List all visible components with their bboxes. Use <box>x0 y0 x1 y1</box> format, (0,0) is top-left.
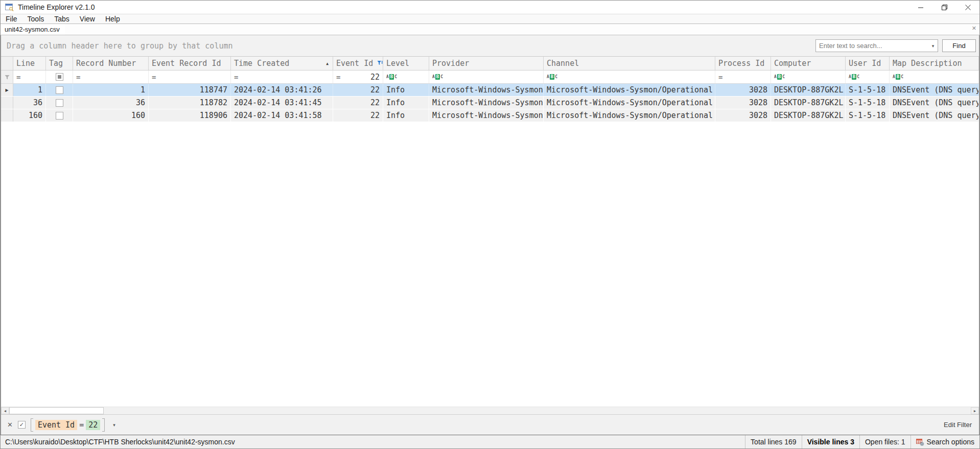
cell-record-number[interactable]: 36 <box>73 97 149 109</box>
cell-event-record-id[interactable]: 118782 <box>149 97 231 109</box>
filter-close-icon[interactable]: ✕ <box>7 421 13 429</box>
tag-checkbox[interactable] <box>56 112 63 120</box>
header-cell-map-description[interactable]: Map Description <box>890 57 979 70</box>
filter-dropdown-icon[interactable]: ▾ <box>113 422 115 428</box>
horizontal-scrollbar[interactable]: ◄ ► <box>1 407 979 414</box>
table-row[interactable]: 1601601189062024-02-14 03:41:5822InfoMic… <box>1 109 979 122</box>
filter-cell-user-id[interactable]: ABC <box>846 70 890 83</box>
status-segment-search-options[interactable]: Search options <box>911 435 979 448</box>
filter-cell-channel[interactable]: ABC <box>544 70 715 83</box>
cell-time-created[interactable]: 2024-02-14 03:41:45 <box>231 97 333 109</box>
cell-channel[interactable]: Microsoft-Windows-Sysmon/Operational <box>544 97 715 109</box>
header-cell-line[interactable]: Line <box>13 57 46 70</box>
cell-level[interactable]: Info <box>383 97 429 109</box>
filter-cell-map-description[interactable]: ABC <box>890 70 979 83</box>
find-button[interactable]: Find <box>942 39 976 52</box>
active-filter-icon[interactable] <box>377 59 383 68</box>
scroll-left-button[interactable]: ◄ <box>1 407 9 414</box>
tab-unit42-sysmon[interactable]: unit42-sysmon.csv <box>1 24 65 35</box>
filter-cell-line[interactable]: = <box>13 70 46 83</box>
filter-cell-tag[interactable] <box>46 70 73 83</box>
cell-tag[interactable] <box>46 84 73 96</box>
cell-record-number[interactable]: 160 <box>73 109 149 122</box>
cell-computer[interactable]: DESKTOP-887GK2L <box>771 109 846 122</box>
cell-tag[interactable] <box>46 97 73 109</box>
menu-item-file[interactable]: File <box>5 14 22 24</box>
row-indicator[interactable] <box>1 109 13 122</box>
filter-cell-event-record-id[interactable]: = <box>149 70 231 83</box>
cell-event-id[interactable]: 22 <box>333 84 383 96</box>
text-filter-abc-icon[interactable]: ABC <box>547 74 557 80</box>
tag-checkbox[interactable] <box>56 86 63 94</box>
cell-provider[interactable]: Microsoft-Windows-Sysmon <box>429 97 544 109</box>
cell-time-created[interactable]: 2024-02-14 03:41:26 <box>231 84 333 96</box>
header-cell-process-id[interactable]: Process Id <box>715 57 771 70</box>
search-input[interactable] <box>816 42 928 50</box>
cell-map-description[interactable]: DNSEvent (DNS query <box>890 84 979 96</box>
cell-computer[interactable]: DESKTOP-887GK2L <box>771 84 846 96</box>
row-indicator[interactable]: ▶ <box>1 84 13 96</box>
header-cell-level[interactable]: Level <box>383 57 429 70</box>
header-cell-record-number[interactable]: Record Number <box>73 57 149 70</box>
row-indicator[interactable] <box>1 97 13 109</box>
filter-cell-level[interactable]: ABC <box>383 70 429 83</box>
filter-operator[interactable]: = <box>79 420 84 430</box>
text-filter-abc-icon[interactable]: ABC <box>774 74 785 80</box>
cell-event-id[interactable]: 22 <box>333 97 383 109</box>
filter-cell-time-created[interactable]: = <box>231 70 333 83</box>
close-button[interactable] <box>956 1 979 14</box>
edit-filter-button[interactable]: Edit Filter <box>944 421 972 429</box>
equals-operator-icon[interactable]: = <box>76 73 80 81</box>
cell-tag[interactable] <box>46 109 73 122</box>
cell-line[interactable]: 36 <box>13 97 46 109</box>
table-row[interactable]: ▶111187472024-02-14 03:41:2622InfoMicros… <box>1 84 979 97</box>
text-filter-abc-icon[interactable]: ABC <box>849 74 859 80</box>
cell-level[interactable]: Info <box>383 109 429 122</box>
text-filter-abc-icon[interactable]: ABC <box>386 74 397 80</box>
tab-close-icon[interactable]: ✕ <box>972 25 976 32</box>
cell-provider[interactable]: Microsoft-Windows-Sysmon <box>429 84 544 96</box>
restore-button[interactable] <box>932 1 956 14</box>
cell-event-id[interactable]: 22 <box>333 109 383 122</box>
menu-item-view[interactable]: View <box>75 14 100 24</box>
minimize-button[interactable] <box>909 1 932 14</box>
cell-channel[interactable]: Microsoft-Windows-Sysmon/Operational <box>544 109 715 122</box>
menu-item-help[interactable]: Help <box>100 14 125 24</box>
menu-item-tools[interactable]: Tools <box>22 14 50 24</box>
tag-checkbox[interactable] <box>56 99 63 107</box>
equals-operator-icon[interactable]: = <box>16 73 20 81</box>
cell-time-created[interactable]: 2024-02-14 03:41:58 <box>231 109 333 122</box>
filter-cell-record-number[interactable]: = <box>73 70 149 83</box>
group-by-bar[interactable]: Drag a column header here to group by th… <box>1 35 979 57</box>
cell-map-description[interactable]: DNSEvent (DNS query <box>890 109 979 122</box>
search-dropdown-icon[interactable]: ▾ <box>928 43 938 49</box>
header-cell-time-created[interactable]: Time Created▲ <box>231 57 333 70</box>
header-cell-computer[interactable]: Computer <box>771 57 846 70</box>
cell-event-record-id[interactable]: 118906 <box>149 109 231 122</box>
filter-cell-process-id[interactable]: = <box>715 70 771 83</box>
header-cell-event-id[interactable]: Event Id <box>333 57 383 70</box>
scrollbar-thumb[interactable] <box>9 407 104 414</box>
equals-operator-icon[interactable]: = <box>234 73 238 81</box>
filter-expression[interactable]: Event Id = 22 <box>31 418 105 432</box>
filter-value-chip[interactable]: 22 <box>86 420 100 430</box>
filter-value[interactable]: 22 <box>370 73 380 82</box>
cell-channel[interactable]: Microsoft-Windows-Sysmon/Operational <box>544 84 715 96</box>
cell-computer[interactable]: DESKTOP-887GK2L <box>771 97 846 109</box>
scroll-right-button[interactable]: ► <box>971 407 979 414</box>
cell-map-description[interactable]: DNSEvent (DNS query <box>890 97 979 109</box>
equals-operator-icon[interactable]: = <box>336 73 340 81</box>
header-cell-event-record-id[interactable]: Event Record Id <box>149 57 231 70</box>
equals-operator-icon[interactable]: = <box>718 73 722 81</box>
cell-line[interactable]: 160 <box>13 109 46 122</box>
header-cell-tag[interactable]: Tag <box>46 57 73 70</box>
cell-process-id[interactable]: 3028 <box>715 109 771 122</box>
cell-user-id[interactable]: S-1-5-18 <box>846 84 890 96</box>
cell-record-number[interactable]: 1 <box>73 84 149 96</box>
table-row[interactable]: 36361187822024-02-14 03:41:4522InfoMicro… <box>1 97 979 109</box>
header-cell-user-id[interactable]: User Id <box>846 57 890 70</box>
cell-level[interactable]: Info <box>383 84 429 96</box>
filter-cell-provider[interactable]: ABC <box>429 70 544 83</box>
text-filter-abc-icon[interactable]: ABC <box>893 74 903 80</box>
filter-field-chip[interactable]: Event Id <box>35 420 77 430</box>
